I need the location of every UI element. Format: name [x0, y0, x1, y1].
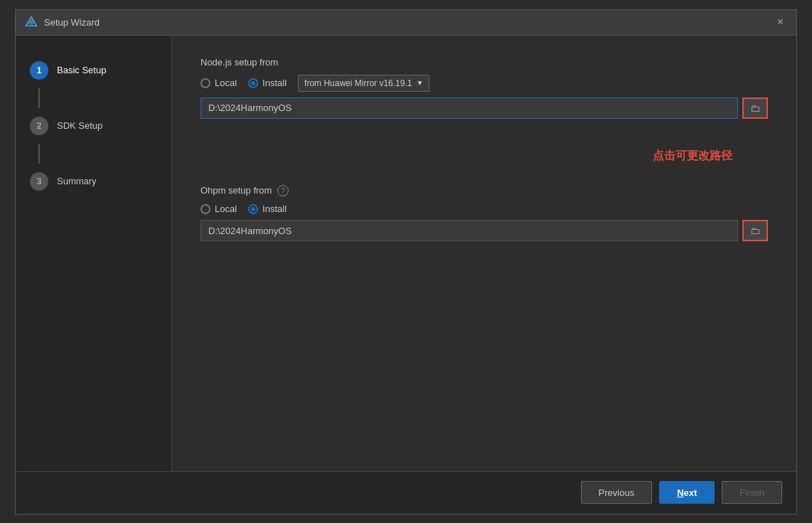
sidebar: 1 Basic Setup 2 SDK Setup 3 Summary — [16, 36, 172, 471]
step-label-summary: Summary — [57, 176, 97, 186]
annotation-text: 点击可更改路径 — [653, 149, 732, 164]
sidebar-step-basic-setup[interactable]: 1 Basic Setup — [16, 53, 171, 88]
nodejs-install-radio-circle — [248, 78, 258, 88]
ohpm-section-title: Ohpm setup from ? — [201, 185, 768, 197]
dialog-body: 1 Basic Setup 2 SDK Setup 3 Summary Node… — [16, 36, 796, 471]
help-icon[interactable]: ? — [277, 185, 289, 196]
ohpm-install-radio[interactable]: Install — [248, 204, 287, 214]
nodejs-local-radio-circle — [201, 78, 210, 88]
window-title: Setup Wizard — [44, 17, 100, 28]
ohpm-local-label: Local — [215, 204, 237, 214]
step-num-1: 1 — [30, 61, 48, 80]
bottom-bar: Previous Next Finish — [16, 471, 796, 514]
close-button[interactable]: × — [773, 14, 788, 30]
nodejs-path-row: 🗀 — [201, 97, 768, 119]
ohpm-install-label: Install — [262, 204, 287, 214]
nodejs-install-label: Install — [262, 78, 287, 88]
nodejs-path-input[interactable] — [201, 97, 738, 119]
step-label-sdk-setup: SDK Setup — [57, 120, 102, 131]
chevron-down-icon: ▼ — [416, 79, 423, 87]
step-label-basic-setup: Basic Setup — [57, 65, 106, 75]
ohpm-local-radio[interactable]: Local — [201, 204, 237, 214]
ohpm-local-radio-circle — [201, 204, 210, 214]
ohpm-install-radio-circle — [248, 204, 258, 214]
svg-point-1 — [28, 19, 34, 25]
setup-wizard-dialog: Setup Wizard × 1 Basic Setup 2 SDK Setup… — [15, 9, 797, 514]
ohpm-path-row: 🗀 — [201, 220, 768, 241]
previous-button[interactable]: Previous — [581, 481, 653, 504]
step-connector-2 — [38, 144, 40, 164]
nodejs-radio-group: Local Install from Huawei Mirror v16.19.… — [201, 75, 768, 92]
ohpm-section: Ohpm setup from ? Local Install — [201, 185, 768, 252]
step-num-3: 3 — [30, 172, 48, 191]
nodejs-mirror-dropdown[interactable]: from Huawei Mirror v16.19.1 ▼ — [298, 75, 429, 92]
main-content: Node.js setup from Local Install from Hu… — [172, 36, 796, 471]
sidebar-step-summary[interactable]: 3 Summary — [16, 164, 171, 199]
nodejs-mirror-value: from Huawei Mirror v16.19.1 — [304, 78, 412, 88]
nodejs-section-title: Node.js setup from — [201, 57, 768, 68]
sidebar-step-sdk-setup[interactable]: 2 SDK Setup — [16, 108, 171, 144]
ohpm-title-text: Ohpm setup from — [201, 185, 272, 196]
title-bar: Setup Wizard × — [16, 10, 796, 36]
next-button[interactable]: Next — [659, 481, 715, 504]
finish-button[interactable]: Finish — [722, 481, 782, 504]
nodejs-section: Node.js setup from Local Install from Hu… — [201, 57, 768, 129]
nodejs-install-radio[interactable]: Install — [248, 78, 287, 88]
folder-icon-2: 🗀 — [750, 225, 760, 236]
nodejs-local-radio[interactable]: Local — [201, 78, 237, 88]
folder-icon: 🗀 — [750, 102, 760, 114]
nodejs-folder-button[interactable]: 🗀 — [742, 97, 768, 119]
ohpm-path-input[interactable] — [201, 220, 738, 241]
step-num-2: 2 — [30, 117, 48, 135]
ohpm-radio-group: Local Install — [201, 204, 768, 214]
step-connector-1 — [38, 88, 40, 108]
next-label: Next — [677, 487, 697, 498]
app-icon — [24, 15, 38, 29]
ohpm-folder-button[interactable]: 🗀 — [742, 220, 768, 241]
nodejs-local-label: Local — [215, 78, 237, 88]
